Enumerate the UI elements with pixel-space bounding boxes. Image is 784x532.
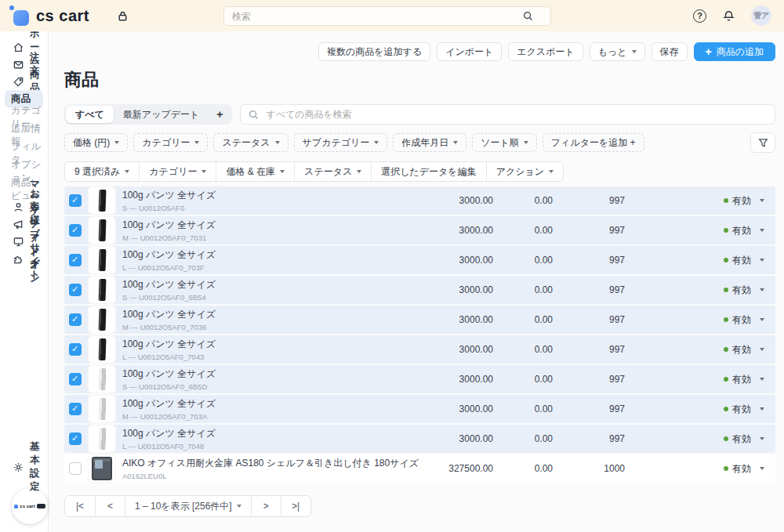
filter-chip[interactable]: ステータス <box>213 133 288 152</box>
status-dropdown[interactable]: 有効 <box>625 313 775 327</box>
product-thumbnail[interactable] <box>88 306 116 334</box>
toolbar-button[interactable]: エクスポート <box>508 42 583 61</box>
list-price-cell[interactable]: 0.00 <box>493 255 553 266</box>
price-cell[interactable]: 3000.00 <box>419 404 493 414</box>
quantity-cell[interactable]: 997 <box>553 284 625 295</box>
price-cell[interactable]: 327500.00 <box>419 463 493 474</box>
sidebar-item-settings[interactable]: 基本設定 <box>0 458 48 476</box>
price-cell[interactable]: 3000.00 <box>419 374 493 385</box>
product-name-link[interactable]: 100g パンツ 全サイズ <box>122 367 419 381</box>
quantity-cell[interactable]: 997 <box>553 314 625 325</box>
product-name-link[interactable]: 100g パンツ 全サイズ <box>122 278 419 291</box>
list-price-cell[interactable]: 0.00 <box>493 404 553 414</box>
price-cell[interactable]: 3000.00 <box>419 433 493 444</box>
status-dropdown[interactable]: 有効 <box>625 254 775 267</box>
row-checkbox[interactable] <box>69 194 82 207</box>
list-price-cell[interactable]: 0.00 <box>493 463 553 474</box>
add-filter-button[interactable]: フィルターを追加 + <box>543 133 644 152</box>
filter-chip[interactable]: カテゴリー <box>133 133 208 152</box>
list-price-cell[interactable]: 0.00 <box>493 284 553 295</box>
product-name-link[interactable]: 100g パンツ 全サイズ <box>122 248 419 262</box>
user-avatar[interactable]: 管ア <box>751 5 771 26</box>
list-price-cell[interactable]: 0.00 <box>493 314 553 325</box>
quantity-cell[interactable]: 997 <box>553 225 625 236</box>
pagination-prev-button[interactable]: < <box>95 496 125 516</box>
sidebar-item-products[interactable]: 商品 <box>0 73 48 90</box>
product-thumbnail[interactable] <box>88 425 116 453</box>
quantity-cell[interactable]: 997 <box>553 433 625 444</box>
row-checkbox[interactable] <box>69 313 82 326</box>
row-checkbox[interactable] <box>69 403 82 415</box>
product-thumbnail[interactable] <box>88 395 116 423</box>
list-price-cell[interactable]: 0.00 <box>493 374 553 385</box>
status-dropdown[interactable]: 有効 <box>625 403 775 416</box>
pagination-first-button[interactable]: |< <box>65 496 95 516</box>
advanced-filter-button[interactable] <box>750 132 775 153</box>
price-cell[interactable]: 3000.00 <box>419 284 493 295</box>
cscart-logo[interactable]: cs cart <box>11 7 89 25</box>
filter-chip[interactable]: サブカテゴリー <box>294 133 388 152</box>
pagination-range-dropdown[interactable]: 1 – 10を表示 [256件中] <box>125 496 251 516</box>
help-icon[interactable]: ? <box>693 9 706 23</box>
product-search-input[interactable] <box>240 104 775 125</box>
bulk-action-button[interactable]: ステータス <box>294 162 371 181</box>
product-name-link[interactable]: 100g パンツ 全サイズ <box>122 308 419 321</box>
quantity-cell[interactable]: 997 <box>553 255 625 266</box>
global-search-input[interactable] <box>223 6 551 26</box>
filter-chip[interactable]: 作成年月日 <box>393 133 466 152</box>
search-icon[interactable] <box>522 10 534 22</box>
tab-all[interactable]: すべて <box>66 106 114 123</box>
bulk-action-button[interactable]: 価格 & 在庫 <box>216 162 294 181</box>
list-price-cell[interactable]: 0.00 <box>493 225 553 236</box>
price-cell[interactable]: 3000.00 <box>419 314 493 325</box>
quantity-cell[interactable]: 997 <box>553 404 625 414</box>
row-checkbox[interactable] <box>69 254 82 266</box>
product-thumbnail[interactable] <box>88 186 116 215</box>
row-checkbox[interactable] <box>69 284 82 296</box>
lock-icon[interactable] <box>116 9 129 23</box>
row-checkbox[interactable] <box>69 224 82 237</box>
product-thumbnail[interactable] <box>88 454 116 483</box>
product-thumbnail[interactable] <box>88 365 116 393</box>
row-checkbox[interactable] <box>69 462 82 475</box>
status-dropdown[interactable]: 有効 <box>625 343 775 356</box>
product-name-link[interactable]: 100g パンツ 全サイズ <box>122 427 419 440</box>
status-dropdown[interactable]: 有効 <box>625 224 775 237</box>
product-name-link[interactable]: AIKO オフィス用耐火金庫 AS180 シェルフ＆引き出し付き 180サイズ <box>122 457 419 470</box>
bulk-action-button[interactable]: アクション <box>486 162 563 181</box>
product-thumbnail[interactable] <box>88 335 116 364</box>
product-thumbnail[interactable] <box>88 216 116 244</box>
sidebar-item-addons[interactable]: アドオン <box>0 250 48 267</box>
toolbar-button[interactable]: 複数の商品を追加する <box>318 42 430 61</box>
list-price-cell[interactable]: 0.00 <box>493 433 553 444</box>
status-dropdown[interactable]: 有効 <box>625 373 775 386</box>
bulk-action-button[interactable]: カテゴリー <box>139 162 216 181</box>
product-name-link[interactable]: 100g パンツ 全サイズ <box>122 219 419 232</box>
pagination-next-button[interactable]: > <box>251 496 281 516</box>
price-cell[interactable]: 3000.00 <box>419 225 493 236</box>
status-dropdown[interactable]: 有効 <box>625 432 775 446</box>
quantity-cell[interactable]: 997 <box>553 195 625 206</box>
bulk-action-button[interactable]: 9 選択済み <box>65 162 139 181</box>
quantity-cell[interactable]: 997 <box>553 374 625 385</box>
quantity-cell[interactable]: 997 <box>553 344 625 355</box>
bulk-action-button[interactable]: 選択したデータを編集 <box>371 162 485 181</box>
product-name-link[interactable]: 100g パンツ 全サイズ <box>122 338 419 351</box>
price-cell[interactable]: 3000.00 <box>419 255 493 266</box>
status-dropdown[interactable]: 有効 <box>625 284 775 297</box>
filter-chip[interactable]: 価格 (円) <box>64 133 128 152</box>
toolbar-button[interactable]: 保存 <box>652 42 688 61</box>
product-name-link[interactable]: 100g パンツ 全サイズ <box>122 397 419 411</box>
list-price-cell[interactable]: 0.00 <box>493 344 553 355</box>
product-thumbnail[interactable] <box>88 276 116 304</box>
add-product-button[interactable]: + 商品の追加 <box>694 42 775 61</box>
list-price-cell[interactable]: 0.00 <box>493 195 553 206</box>
tab-latest-updates[interactable]: 最新アップデート <box>114 106 209 123</box>
status-dropdown[interactable]: 有効 <box>625 462 775 476</box>
price-cell[interactable]: 3000.00 <box>419 195 493 206</box>
row-checkbox[interactable] <box>69 343 82 356</box>
add-tab-button[interactable]: + <box>209 106 230 123</box>
product-name-link[interactable]: 100g パンツ 全サイズ <box>122 189 419 202</box>
status-dropdown[interactable]: 有効 <box>625 194 775 208</box>
product-thumbnail[interactable] <box>88 246 116 274</box>
